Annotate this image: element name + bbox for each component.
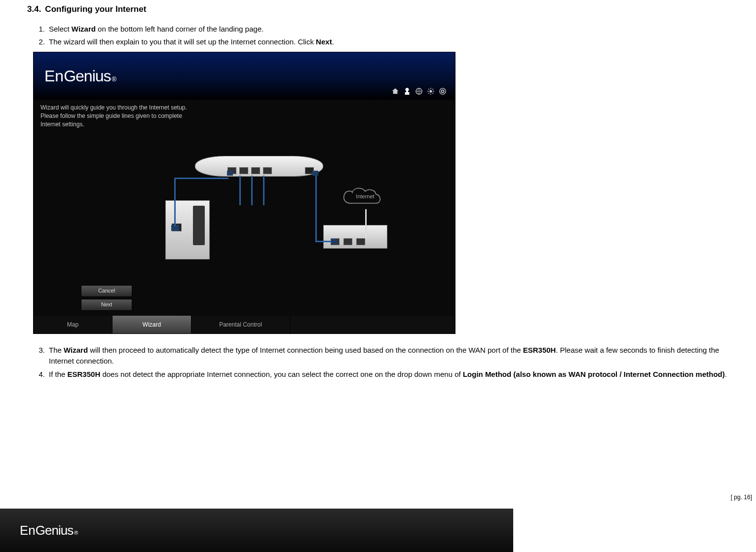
globe-icon[interactable] xyxy=(416,88,422,95)
home-icon[interactable] xyxy=(392,88,399,95)
step-1: Select Wizard on the bottom left hand co… xyxy=(49,24,729,35)
network-icon[interactable] xyxy=(404,88,411,95)
section-title: Configuring your Internet xyxy=(45,4,146,14)
wizard-screenshot: EnGenius® Wizard will quickly guide you … xyxy=(33,52,455,334)
svg-point-2 xyxy=(441,90,444,92)
step-3: The Wizard will then proceed to automati… xyxy=(49,345,729,367)
connection-diagram: Internet xyxy=(91,156,397,269)
svg-point-1 xyxy=(429,90,432,92)
header-icon-bar xyxy=(392,88,446,95)
nav-parental-control[interactable]: Parental Control xyxy=(191,316,290,333)
nav-map[interactable]: Map xyxy=(34,316,113,333)
wizard-button-group: Cancel Next xyxy=(81,285,132,311)
steps-list-lower: The Wizard will then proceed to automati… xyxy=(27,345,729,380)
section-heading: 3.4.Configuring your Internet xyxy=(27,3,729,16)
bottom-nav: Map Wizard Parental Control xyxy=(34,316,455,333)
svg-point-3 xyxy=(440,88,446,94)
bold-next: Next xyxy=(316,37,332,46)
help-icon[interactable] xyxy=(439,88,446,95)
bold-wizard: Wizard xyxy=(72,25,96,33)
footer-bar: EnGenius® xyxy=(0,509,513,552)
nav-wizard[interactable]: Wizard xyxy=(113,316,191,333)
app-header: EnGenius® xyxy=(34,52,455,100)
cloud-label: Internet xyxy=(356,193,374,199)
cancel-button[interactable]: Cancel xyxy=(81,285,132,297)
steps-list-upper: Select Wizard on the bottom left hand co… xyxy=(27,24,729,48)
step-4: If the ESR350H does not detect the appro… xyxy=(49,369,729,380)
modem-device xyxy=(323,225,387,249)
footer-engenius-logo: EnGenius® xyxy=(20,521,78,540)
next-button[interactable]: Next xyxy=(81,299,132,311)
engenius-logo: EnGenius® xyxy=(44,64,116,88)
step-2: The wizard will then explain to you that… xyxy=(49,37,729,48)
page-number: [ pg. 16] xyxy=(731,493,752,502)
section-number: 3.4. xyxy=(27,4,41,14)
wizard-intro-text: Wizard will quickly guide you through th… xyxy=(40,104,187,129)
router-device xyxy=(195,156,323,177)
internet-cloud: Internet xyxy=(340,184,390,209)
settings-icon[interactable] xyxy=(427,88,434,95)
